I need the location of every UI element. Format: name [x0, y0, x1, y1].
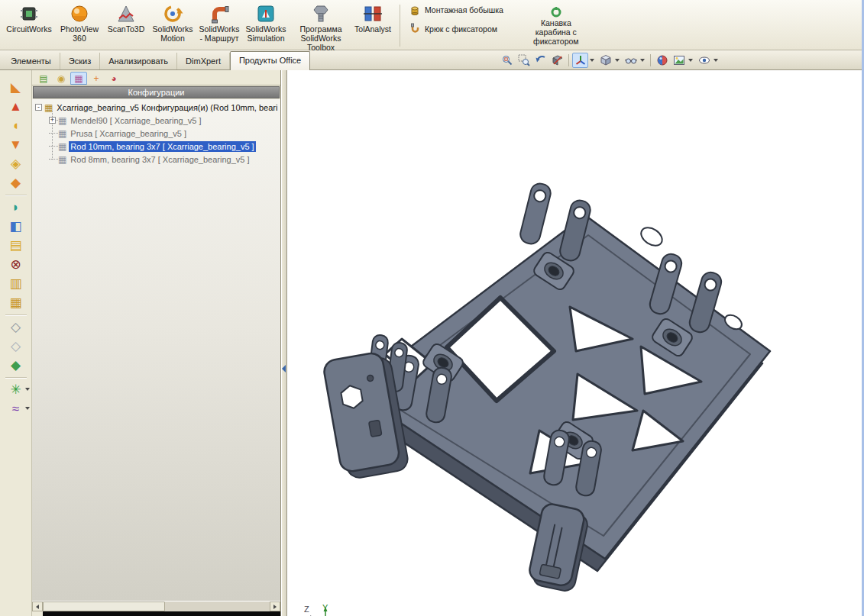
command-tab[interactable]: Эскиз: [60, 53, 100, 69]
configuration-label[interactable]: Rod 10mm, bearing 3x7 [ Xcarriage_bearin…: [69, 141, 255, 152]
configuration-row[interactable]: + ▦ Rod 8mm, bearing 3x7 [ Xcarriage_bea…: [32, 153, 280, 166]
ribbon-item-label: PhotoView 360: [55, 25, 104, 44]
command-tab[interactable]: DimXpert: [177, 53, 230, 69]
dropdown-caret-icon[interactable]: [25, 388, 30, 391]
ribbon-item-solidworks-routing[interactable]: SolidWorks - Маршрут: [197, 2, 241, 44]
graphics-area[interactable]: Z Y: [287, 70, 862, 616]
command-tab[interactable]: Продукты Office: [230, 51, 310, 70]
feature-tool-button[interactable]: ◖: [1, 116, 31, 135]
previous-view-icon: [535, 54, 547, 66]
ribbon-item-mounting-boss[interactable]: Монтажная бобышка: [409, 4, 503, 16]
feature-tool-button[interactable]: [1, 312, 31, 318]
feature-tool-button[interactable]: ◇: [1, 318, 31, 337]
scrollbar-track[interactable]: [165, 601, 270, 611]
configuration-label[interactable]: Mendel90 [ Xcarriage_bearing_v5 ]: [69, 115, 202, 126]
horizontal-scrollbar[interactable]: [32, 601, 280, 611]
scanto3d-icon: [115, 3, 137, 24]
section-view-button[interactable]: [549, 53, 565, 68]
dropdown-caret-icon[interactable]: [25, 407, 30, 410]
display-style-icon: [600, 54, 612, 66]
command-tab[interactable]: Элементы: [2, 53, 60, 69]
command-tab[interactable]: Анализировать: [100, 53, 177, 69]
configuration-row[interactable]: + ▦ Mendel90 [ Xcarriage_bearing_v5 ]: [32, 114, 280, 127]
panel-tab[interactable]: ◕: [105, 72, 122, 85]
previous-view-button[interactable]: [532, 53, 548, 68]
panel-tab[interactable]: ▤: [35, 72, 52, 85]
feature-tool-button[interactable]: ◇: [1, 337, 31, 356]
scrollbar-thumb[interactable]: [43, 601, 165, 611]
configurations-tree: - ▦ Xcarriage_bearing_v5 Конфигурация(и)…: [32, 99, 280, 601]
circuitworks-icon: [18, 3, 40, 24]
feature-tool-button[interactable]: ✳: [1, 380, 31, 399]
configuration-label[interactable]: Rod 8mm, bearing 3x7 [ Xcarriage_bearing…: [69, 154, 251, 165]
panel-tab[interactable]: ▦: [70, 72, 87, 85]
ribbon-item-tolanalyst[interactable]: TolAnalyst: [351, 2, 394, 34]
dropdown-caret-icon[interactable]: [688, 59, 693, 62]
configuration-icon: ▦: [58, 155, 66, 164]
panel-tab[interactable]: +: [88, 72, 105, 85]
ribbon-item-snap-hook[interactable]: Крюк с фиксатором: [409, 23, 503, 35]
feature-tool-button[interactable]: ▥: [1, 274, 31, 293]
hide-show-items-button[interactable]: [623, 53, 639, 68]
feature-tool-button[interactable]: ≈: [1, 399, 31, 418]
collapse-box[interactable]: -: [35, 104, 42, 111]
ribbon-item-scanto3d[interactable]: ScanTo3D: [104, 2, 148, 34]
feature-tool-button[interactable]: ▲: [1, 97, 31, 116]
ribbon-item-solidworks-toolbox[interactable]: Программа SolidWorks Toolbox: [290, 2, 351, 52]
scroll-left-arrow-icon: [36, 605, 39, 609]
panel-tab-icon: ◕: [111, 74, 116, 83]
ribbon-item-snap-hook-groove[interactable]: Канавка карабина с фиксатором: [523, 2, 589, 46]
feature-tool-button[interactable]: [1, 375, 31, 380]
dropdown-caret-icon[interactable]: [640, 59, 645, 62]
zoom-to-fit-button[interactable]: [499, 53, 515, 68]
panel-splitter[interactable]: [281, 70, 287, 616]
feature-tool-icon: ◇: [11, 340, 21, 353]
expand-box[interactable]: +: [49, 117, 56, 124]
feature-tool-button[interactable]: ◧: [1, 217, 31, 236]
feature-tool-button[interactable]: ◈: [1, 154, 31, 173]
view-settings-button[interactable]: [696, 53, 712, 68]
configuration-row[interactable]: + ▦ Rod 10mm, bearing 3x7 [ Xcarriage_be…: [32, 140, 280, 153]
feature-tool-icon: ⊗: [10, 258, 21, 271]
dropdown-caret-icon[interactable]: [590, 59, 594, 62]
feature-tool-button[interactable]: ⊗: [1, 255, 31, 274]
feature-tool-icon: ▥: [9, 277, 21, 290]
display-style-button[interactable]: [597, 53, 613, 68]
dropdown-caret-icon[interactable]: [615, 59, 620, 62]
scroll-right-button[interactable]: [270, 601, 280, 611]
feature-tool-button[interactable]: ▦: [1, 293, 31, 312]
feature-tool-button[interactable]: ◗: [1, 198, 31, 217]
edit-appearance-button[interactable]: [654, 53, 670, 68]
dropdown-caret-icon[interactable]: [714, 59, 718, 62]
feature-tool-icon: ◧: [9, 220, 21, 233]
zoom-to-area-button[interactable]: [516, 53, 532, 68]
scroll-left-button[interactable]: [32, 601, 43, 611]
ribbon-item-photoview-360[interactable]: PhotoView 360: [55, 2, 104, 44]
feature-tool-icon: ▤: [9, 239, 21, 252]
ribbon-item-circuitworks[interactable]: CircuitWorks: [3, 2, 55, 34]
mounting-boss-icon: [409, 4, 421, 16]
apply-scene-icon: [673, 54, 685, 66]
ribbon-item-label: Канавка карабина с фиксатором: [523, 18, 589, 46]
apply-scene-button[interactable]: [671, 53, 687, 68]
ribbon-item-solidworks-simulation[interactable]: SolidWorks Simulation: [241, 2, 290, 44]
feature-tool-icon: ◖: [11, 119, 19, 132]
feature-tool-button[interactable]: ◆: [1, 356, 31, 375]
configuration-label[interactable]: Prusa [ Xcarriage_bearing_v5 ]: [69, 128, 188, 139]
feature-tool-button[interactable]: [1, 192, 31, 198]
view-orientation-button[interactable]: [572, 53, 588, 68]
configuration-row[interactable]: + ▦ Prusa [ Xcarriage_bearing_v5 ]: [32, 127, 280, 140]
tree-root-row[interactable]: - ▦ Xcarriage_bearing_v5 Конфигурация(и)…: [32, 101, 280, 114]
solidworks-window: CircuitWorks PhotoView 360 ScanTo3D Soli…: [0, 0, 864, 616]
command-tab-label: Продукты Office: [239, 56, 301, 65]
feature-tool-button[interactable]: ◣: [1, 78, 31, 97]
command-tab-label: Элементы: [11, 56, 51, 66]
solidworks-routing-icon: [209, 3, 230, 24]
feature-tool-button[interactable]: ▤: [1, 236, 31, 255]
feature-tool-button[interactable]: ◆: [1, 173, 31, 192]
snap-hook-icon: [409, 23, 421, 35]
feature-tool-button[interactable]: ▼: [1, 135, 31, 154]
axis-z-label: Z: [304, 605, 309, 614]
ribbon-item-solidworks-motion[interactable]: SolidWorks Motion: [148, 2, 197, 44]
panel-tab[interactable]: ◉: [53, 72, 70, 85]
